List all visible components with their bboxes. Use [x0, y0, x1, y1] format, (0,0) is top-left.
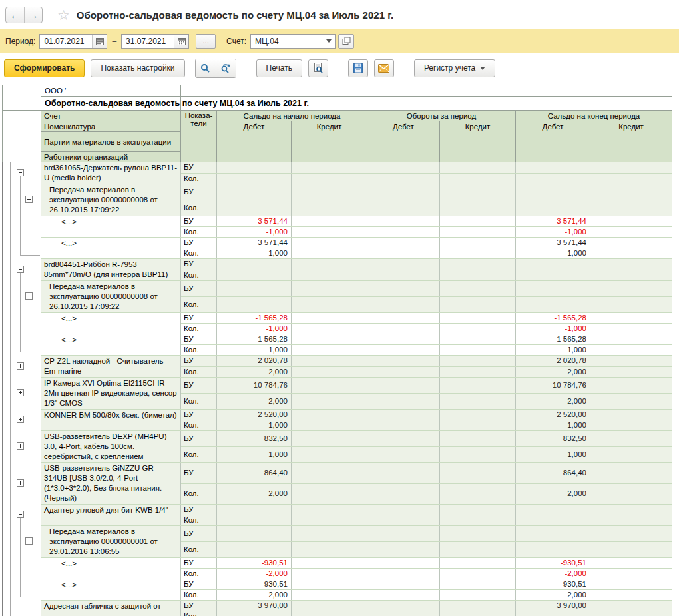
amount-cell[interactable]	[217, 542, 292, 558]
amount-cell[interactable]	[590, 601, 672, 611]
amount-cell[interactable]: 930,51	[217, 579, 292, 590]
amount-cell[interactable]: 2,000	[516, 366, 590, 378]
indicator-cell[interactable]: Кол.	[181, 394, 217, 410]
amount-cell[interactable]	[367, 601, 440, 611]
amount-cell[interactable]: 3 970,00	[516, 601, 590, 611]
show-settings-button[interactable]: Показать настройки	[91, 59, 184, 77]
amount-cell[interactable]: 2,000	[516, 590, 590, 601]
item-name-cell[interactable]: Передача материалов в эксплуатацию 00000…	[41, 526, 181, 558]
amount-cell[interactable]	[292, 297, 367, 313]
expand-button[interactable]	[17, 479, 24, 487]
amount-cell[interactable]	[292, 394, 367, 410]
indicator-cell[interactable]: Кол.	[181, 345, 217, 356]
calendar-button[interactable]	[174, 35, 188, 48]
amount-cell[interactable]: 930,51	[516, 579, 590, 590]
amount-cell[interactable]	[590, 505, 672, 515]
amount-cell[interactable]	[590, 542, 672, 558]
expand-button[interactable]	[17, 389, 24, 396]
amount-cell[interactable]	[367, 410, 440, 420]
print-preview-button[interactable]	[308, 59, 328, 77]
indicator-cell[interactable]: БУ	[181, 334, 217, 345]
amount-cell[interactable]	[590, 483, 672, 505]
amount-cell[interactable]	[590, 611, 672, 616]
amount-cell[interactable]	[292, 558, 367, 569]
amount-cell[interactable]	[440, 270, 516, 281]
amount-cell[interactable]	[440, 569, 516, 579]
amount-cell[interactable]	[590, 420, 672, 431]
indicator-cell[interactable]: Кол.	[181, 447, 217, 463]
print-button[interactable]: Печать	[256, 59, 302, 77]
amount-cell[interactable]	[440, 297, 516, 313]
amount-cell[interactable]	[590, 297, 672, 313]
indicator-cell[interactable]: Кол.	[181, 324, 217, 334]
debit-column-header[interactable]: Дебет	[217, 121, 292, 162]
item-name-cell[interactable]: CP-Z2L накладной - Считыватель Em-marine	[41, 356, 181, 378]
amount-cell[interactable]	[367, 313, 440, 324]
amount-cell[interactable]	[590, 356, 672, 367]
indicator-cell[interactable]: Кол.	[181, 420, 217, 431]
indicator-cell[interactable]: Кол.	[181, 569, 217, 579]
amount-cell[interactable]	[590, 162, 672, 174]
amount-cell[interactable]	[367, 483, 440, 505]
date-from-value[interactable]: 01.07.2021	[40, 35, 92, 48]
search-button[interactable]	[196, 59, 216, 77]
amount-cell[interactable]	[217, 505, 292, 515]
indicator-cell[interactable]: Кол.	[181, 248, 217, 259]
amount-cell[interactable]	[590, 431, 672, 447]
amount-cell[interactable]	[292, 356, 367, 367]
amount-cell[interactable]: -1 565,28	[516, 313, 590, 324]
amount-cell[interactable]	[440, 431, 516, 447]
indicator-cell[interactable]: Кол.	[181, 611, 217, 616]
indicator-cell[interactable]: БУ	[181, 431, 217, 447]
amount-cell[interactable]	[367, 558, 440, 569]
amount-cell[interactable]	[440, 238, 516, 248]
amount-cell[interactable]	[292, 238, 367, 248]
item-name-cell[interactable]: USB-разветвитель DEXP (MH4PU) 3.0, 4-Por…	[41, 431, 181, 463]
amount-cell[interactable]: 1,000	[516, 248, 590, 259]
opening-balance-header[interactable]: Сальдо на начало периода	[217, 111, 367, 121]
amount-cell[interactable]	[217, 162, 292, 174]
period-options-button[interactable]: ...	[196, 34, 216, 49]
indicator-cell[interactable]: БУ	[181, 505, 217, 515]
amount-cell[interactable]	[440, 281, 516, 297]
amount-cell[interactable]	[367, 162, 440, 174]
amount-cell[interactable]	[367, 259, 440, 270]
amount-cell[interactable]	[440, 227, 516, 238]
amount-cell[interactable]	[516, 542, 590, 558]
account-value[interactable]: МЦ.04	[251, 35, 322, 48]
indicator-cell[interactable]: БУ	[181, 313, 217, 324]
amount-cell[interactable]	[590, 259, 672, 270]
amount-cell[interactable]	[367, 238, 440, 248]
row-header-batches[interactable]: Партии материалов в эксплуатации	[41, 132, 181, 152]
account-dropdown-button[interactable]	[322, 35, 335, 48]
amount-cell[interactable]	[440, 558, 516, 569]
indicator-cell[interactable]: БУ	[181, 238, 217, 248]
amount-cell[interactable]	[217, 281, 292, 297]
item-name-cell[interactable]: IP Камера XVI Optima EI2115CI-IR 2Мп цве…	[41, 378, 181, 410]
amount-cell[interactable]: 864,40	[217, 463, 292, 484]
amount-cell[interactable]	[516, 162, 590, 174]
amount-cell[interactable]	[440, 162, 516, 174]
turnover-header[interactable]: Обороты за период	[367, 111, 516, 121]
report-title[interactable]: Оборотно-сальдовая ведомость по счету МЦ…	[41, 97, 181, 111]
amount-cell[interactable]: 1,000	[217, 420, 292, 431]
expand-button[interactable]	[17, 442, 24, 450]
amount-cell[interactable]: -3 571,44	[516, 216, 590, 227]
amount-cell[interactable]	[292, 324, 367, 334]
amount-cell[interactable]: 1,000	[516, 420, 590, 431]
amount-cell[interactable]	[440, 515, 516, 526]
amount-cell[interactable]	[440, 345, 516, 356]
amount-cell[interactable]	[440, 356, 516, 367]
amount-cell[interactable]	[516, 270, 590, 281]
amount-cell[interactable]	[367, 173, 440, 184]
amount-cell[interactable]	[292, 579, 367, 590]
item-name-cell[interactable]: <...>	[41, 238, 181, 259]
amount-cell[interactable]	[440, 483, 516, 505]
amount-cell[interactable]	[367, 611, 440, 616]
date-from-field[interactable]: 01.07.2021	[39, 34, 107, 49]
indicator-cell[interactable]: БУ	[181, 356, 217, 367]
item-name-cell[interactable]: Передача материалов в эксплуатацию 00000…	[41, 184, 181, 216]
amount-cell[interactable]	[367, 270, 440, 281]
debit-column-header[interactable]: Дебет	[367, 121, 440, 162]
amount-cell[interactable]: 3 571,44	[516, 238, 590, 248]
